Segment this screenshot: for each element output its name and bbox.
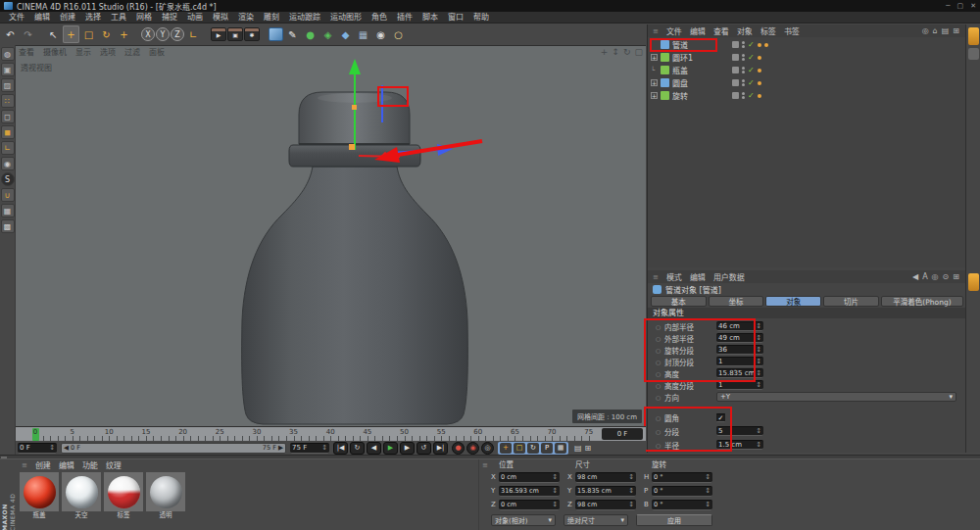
spline-pen-icon[interactable]: ✎ — [284, 25, 301, 43]
back-arrow-icon[interactable]: ◀ — [912, 272, 918, 281]
spinner-icon[interactable]: ↕ — [552, 487, 558, 495]
key-scale-button[interactable]: □ — [514, 443, 525, 454]
model-mode-icon[interactable]: ▣ — [1, 63, 15, 76]
am-menu-item[interactable]: 编辑 — [690, 271, 706, 282]
font-icon[interactable]: A — [922, 272, 927, 281]
menu-item[interactable]: 角色 — [367, 12, 392, 23]
visibility-dots-icon[interactable] — [742, 79, 745, 86]
scale-icon[interactable]: □ — [80, 25, 97, 43]
viewport-menu-item[interactable]: 摄像机 — [43, 46, 67, 59]
frame-range-slider[interactable]: ◀ 0 F 75 F ▶ — [61, 443, 286, 454]
timeline-ruler[interactable]: 0 F 051015202530354045505560657075 — [16, 426, 646, 441]
key-pla-button[interactable]: ▦ — [555, 443, 566, 454]
attr-checkbox[interactable]: ✓ — [716, 413, 725, 422]
viewport-menu-item[interactable]: 过滤 — [124, 46, 140, 59]
material-menu-item[interactable]: 功能 — [82, 459, 98, 470]
coordinate-field[interactable]: 15.835 cm↕ — [575, 486, 636, 497]
object-name[interactable]: 圆环1 — [672, 52, 729, 63]
move-icon[interactable]: + — [63, 25, 79, 43]
range-end-field[interactable]: 75 F↕ — [290, 443, 329, 454]
menu-item[interactable]: 运动图形 — [325, 12, 367, 23]
attr-dropdown[interactable]: +Y▾ — [716, 392, 956, 402]
menu-item[interactable]: 帮助 — [468, 12, 494, 23]
expander-icon[interactable]: + — [651, 79, 658, 86]
redo-icon[interactable]: ↷ — [20, 25, 36, 43]
coordinate-field[interactable]: 0 °↕ — [652, 472, 712, 483]
browser-tab-icon[interactable] — [968, 27, 979, 45]
layer-icon[interactable] — [732, 54, 739, 61]
recent-tool-icon[interactable]: + — [116, 25, 132, 43]
material-item[interactable]: 透明 — [146, 472, 185, 520]
coordinate-field[interactable]: 316.593 cm↕ — [499, 486, 560, 497]
light-icon[interactable]: ○ — [390, 25, 407, 43]
attr-value-field[interactable]: 5↕ — [716, 426, 763, 436]
spinner-icon[interactable]: ↕ — [705, 501, 710, 508]
layer-icon[interactable] — [732, 67, 739, 73]
material-sphere-icon[interactable] — [66, 476, 98, 508]
goto-start-button[interactable]: |◀ — [333, 442, 348, 455]
tag-dot-icon[interactable] — [758, 94, 761, 98]
list-icon[interactable]: ▤ — [942, 26, 950, 35]
spinner-icon[interactable]: ↕ — [756, 334, 761, 342]
snap-icon[interactable]: S — [1, 172, 15, 186]
enable-check-icon[interactable]: ✓ — [748, 78, 755, 87]
render-settings-icon[interactable]: ✱ — [244, 27, 260, 41]
anim-dot-icon[interactable]: ○ — [656, 442, 662, 449]
snapshot-tab-icon[interactable] — [968, 273, 979, 291]
tag-dot-icon[interactable] — [764, 43, 768, 47]
mini-timeline-icon[interactable]: ▤ — [574, 444, 582, 453]
coordinate-system-icon[interactable]: ∟ — [185, 25, 202, 43]
viewport-menu-item[interactable]: 选项 — [100, 46, 116, 59]
spinner-icon[interactable]: ↕ — [756, 358, 761, 365]
enable-check-icon[interactable]: ✓ — [748, 40, 755, 49]
visibility-dots-icon[interactable] — [742, 92, 745, 99]
keyframe-selection-button[interactable]: ◎ — [481, 442, 494, 455]
lock-y-axis-icon[interactable]: Y — [156, 27, 170, 41]
tab-对象[interactable]: 对象 — [765, 296, 821, 307]
autokey-button[interactable]: ◉ — [466, 442, 479, 455]
mouse-tweak-icon[interactable]: ◉ — [1, 157, 15, 170]
spinner-icon[interactable]: ↕ — [756, 441, 761, 449]
layer-icon[interactable] — [732, 41, 739, 48]
minimize-button[interactable]: ─ — [946, 2, 950, 10]
render-picture-viewer-icon[interactable]: ▣ — [227, 27, 243, 41]
magnet-icon[interactable]: ∪ — [1, 188, 15, 202]
next-frame-button[interactable]: ▶ — [400, 442, 415, 455]
menu-item[interactable]: 窗口 — [443, 12, 468, 23]
am-menu-item[interactable]: 模式 — [666, 271, 682, 282]
layout-icon[interactable]: ⊞ — [953, 272, 959, 281]
record-keyframe-button[interactable]: ● — [452, 442, 465, 455]
play-button[interactable]: ▶ — [383, 442, 398, 455]
spinner-icon[interactable]: ↕ — [628, 487, 634, 495]
spinner-icon[interactable]: ↕ — [756, 346, 761, 354]
anim-dot-icon[interactable]: ○ — [656, 414, 662, 421]
points-mode-icon[interactable]: ∷ — [1, 94, 15, 108]
object-name[interactable]: 旋转 — [672, 90, 729, 101]
om-menu-item[interactable]: 文件 — [666, 25, 682, 36]
spinner-icon[interactable]: ↕ — [756, 369, 761, 377]
visibility-dots-icon[interactable] — [742, 41, 745, 48]
tag-dot-icon[interactable] — [758, 43, 761, 47]
camera-icon[interactable]: ◉ — [372, 25, 389, 43]
current-frame-field[interactable]: 0 F — [602, 428, 643, 440]
size-mode-dropdown[interactable]: 绝对尺寸▾ — [564, 514, 628, 526]
home-icon[interactable]: ⌂ — [933, 26, 938, 35]
viewport-menu-item[interactable]: 查看 — [19, 46, 34, 59]
key-parameter-button[interactable]: P — [541, 443, 553, 454]
menu-item[interactable]: 渲染 — [233, 12, 259, 23]
am-menu-item[interactable]: 用户数据 — [713, 271, 745, 282]
attr-value-field[interactable]: 1.5 cm↕ — [716, 440, 763, 450]
toggle-view-icon[interactable]: ▢ — [634, 46, 643, 59]
material-menu-item[interactable]: 编辑 — [59, 459, 74, 470]
mograph-icon[interactable]: ◈ — [319, 25, 336, 43]
undo-icon[interactable]: ↶ — [2, 25, 19, 43]
lock-workplane-icon[interactable]: ▩ — [1, 219, 15, 233]
expander-icon[interactable]: + — [651, 92, 658, 99]
expander-icon[interactable]: + — [651, 54, 658, 61]
material-item[interactable]: 瓶盖 — [20, 472, 59, 520]
viewport[interactable]: 查看摄像机显示选项过滤面板 +↕↻▢ 透视视图 — [16, 45, 646, 426]
prev-frame-button[interactable]: ◀ — [367, 442, 381, 455]
search-icon[interactable]: ◎ — [922, 26, 929, 35]
spinner-icon[interactable]: ↕ — [756, 427, 761, 435]
object-row[interactable]: +圆环1✓ — [648, 51, 966, 64]
